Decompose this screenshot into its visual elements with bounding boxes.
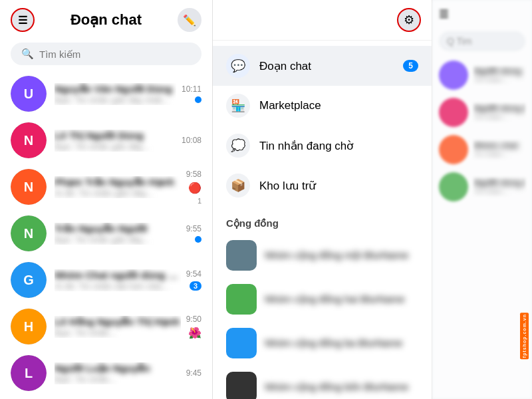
right-avatar — [439, 172, 468, 201]
community-name: Nhóm cộng đồng hai BlurName — [265, 293, 405, 305]
chat-item[interactable]: H Lê Hồng Nguyễn Thị Hạnh Bạn: Tin nhắn.… — [0, 303, 212, 350]
chat-name: Nguyễn Văn Người Dùng — [55, 83, 176, 95]
watermark-text: fptshop.com.vn — [520, 313, 529, 359]
left-panel: ☰ Đoạn chat ✏️ 🔍 U Nguyễn Văn Người Dùng… — [0, 0, 213, 399]
right-chat-name: Nhóm chat — [473, 140, 525, 150]
right-chat-name: Người dùng — [473, 66, 525, 76]
right-chat-name: Người dùng 4 — [473, 178, 525, 188]
middle-header: ⚙ — [213, 0, 432, 41]
community-name: Nhóm cộng đồng ba BlurName — [265, 337, 402, 349]
chat-preview: Ai đó: Tin nhắn gần đây... — [55, 188, 181, 198]
chat-item[interactable]: N Phạm Trần Nguyễn Hạnh Ai đó: Tin nhắn … — [0, 164, 212, 210]
search-bar[interactable]: 🔍 — [11, 43, 201, 65]
marketplace-menu-icon: 🏪 — [226, 94, 250, 118]
chat-content: Lê Hồng Nguyễn Thị Hạnh Bạn: Tin nhắn... — [55, 316, 181, 338]
watermark: fptshop.com.vn — [516, 313, 532, 359]
gear-icon: ⚙ — [404, 13, 414, 27]
chat-item[interactable]: U Nguyễn Văn Người Dùng Bạn: Tin nhắn gầ… — [0, 70, 212, 117]
right-avatar — [439, 98, 468, 127]
unread-indicator — [195, 96, 201, 103]
chat-item[interactable]: L Người Luận Nguyễn Bạn: Tin nhắn... 9:4… — [0, 350, 212, 396]
right-avatar — [439, 61, 468, 90]
chat-item[interactable]: N Lê Thị Người Dùng Bạn: Tin nhắn gần đâ… — [0, 117, 212, 164]
chat-meta: 9:58 🔴 1 — [186, 170, 201, 205]
avatar-placeholder: N — [11, 169, 47, 205]
menu-item-kho-luu-tru[interactable]: 📦 Kho lưu trữ — [213, 166, 432, 205]
avatar: L — [11, 355, 47, 391]
search-icon: 🔍 — [21, 48, 34, 60]
chat-time: 9:54 — [186, 269, 201, 279]
chat-content: Phạm Trần Nguyễn Hạnh Ai đó: Tin nhắn gầ… — [55, 176, 181, 198]
menu-item-tin-nhan-cho[interactable]: 💭 Tin nhắn đang chờ — [213, 126, 432, 166]
right-chat-preview: Tin nhắn... — [473, 113, 525, 122]
community-item[interactable]: Nhóm cộng đồng một BlurName — [213, 233, 432, 277]
chat-content: Lê Thị Người Dùng Bạn: Tin nhắn gần đây.… — [55, 130, 176, 152]
chat-preview: Bạn: Tin nhắn... — [55, 328, 181, 338]
chat-meta: 10:11 — [182, 84, 201, 103]
menu-item-marketplace[interactable]: 🏪 Marketplace — [213, 86, 432, 126]
chat-item[interactable]: G Nhóm Chat người dùng Flap Ai đó: Tin n… — [0, 257, 212, 303]
chat-name: Trần Nguyễn Người — [55, 223, 181, 235]
chat-name: Lê Hồng Nguyễn Thị Hạnh — [55, 316, 181, 328]
avatar: H — [11, 309, 47, 344]
chat-time: 9:50 — [186, 315, 201, 324]
chat-meta: 9:50 🌺 — [186, 315, 201, 339]
chat-content: Trần Nguyễn Người Bạn: Tin nhắn gần đây.… — [55, 223, 181, 245]
avatar-placeholder: G — [11, 262, 47, 298]
community-avatar — [226, 372, 257, 399]
chat-menu-icon: 💬 — [226, 54, 250, 78]
community-item[interactable]: Nhóm cộng đồng bốn BlurName — [213, 365, 432, 399]
compose-button[interactable]: ✏️ — [178, 8, 201, 32]
chat-meta: 10:08 — [182, 136, 201, 145]
chat-time: 9:45 — [186, 368, 201, 378]
community-item[interactable]: Nhóm cộng đồng ba BlurName — [213, 321, 432, 365]
right-chat-preview: Tin nhắn... — [473, 150, 525, 159]
community-item[interactable]: Nhóm cộng đồng hai BlurName — [213, 277, 432, 321]
chat-preview: Ai đó: Tin nhắn dài hơn nữa... — [55, 281, 181, 291]
avatar: N — [11, 215, 47, 251]
chat-preview: Bạn: Tin nhắn gần đây... — [55, 235, 181, 245]
chat-content: Người Luận Nguyễn Bạn: Tin nhắn... — [55, 362, 181, 384]
right-header: ☰ — [432, 0, 532, 29]
chat-item[interactable]: N Trần Nguyễn Người Bạn: Tin nhắn gần đâ… — [0, 210, 212, 257]
chat-time: 9:55 — [186, 224, 201, 233]
chat-preview: Bạn: Tin nhắn gần đây nhất... — [55, 95, 176, 105]
section-label-cong-dong: Cộng đồng — [213, 211, 432, 233]
settings-button[interactable]: ⚙ — [397, 8, 421, 32]
avatar-placeholder: N — [11, 122, 47, 158]
menu-list: 💬 Đoạn chat 5 🏪 Marketplace 💭 Tin nhắn đ… — [213, 41, 432, 211]
right-content: Người dùng 2 Tin nhắn... — [473, 103, 525, 122]
hamburger-icon: ☰ — [18, 14, 27, 27]
community-avatar — [226, 328, 257, 358]
menu-item-doan-chat[interactable]: 💬 Đoạn chat 5 — [213, 46, 432, 86]
chat-content: Nhóm Chat người dùng Flap Ai đó: Tin nhắ… — [55, 269, 181, 291]
chat-time: 10:11 — [182, 84, 201, 94]
page-title: Đoạn chat — [70, 11, 142, 29]
chat-name: Nhóm Chat người dùng Flap — [55, 269, 181, 281]
chat-meta: 9:54 3 — [186, 269, 201, 291]
right-chat-preview: Tin nhắn... — [473, 188, 525, 196]
menu-label-marketplace: Marketplace — [259, 99, 418, 112]
middle-panel: ⚙ 💬 Đoạn chat 5 🏪 Marketplace 💭 Tin nhắn… — [213, 0, 432, 399]
chat-time: 10:08 — [182, 136, 201, 145]
chat-meta: 9:45 — [186, 368, 201, 378]
hamburger-menu-button[interactable]: ☰ — [11, 8, 35, 32]
menu-label-kho-luu-tru: Kho lưu trữ — [259, 179, 418, 193]
chat-name: Người Luận Nguyễn — [55, 362, 181, 374]
right-search: Q Tim — [439, 31, 525, 51]
hamburger-icon-right: ☰ — [439, 8, 448, 21]
emoji-badge: 🔴 — [188, 182, 201, 194]
right-chat-preview: Tin nhắn... — [473, 76, 525, 84]
community-avatar — [226, 240, 257, 271]
archive-menu-icon: 📦 — [226, 174, 250, 198]
chat-meta: 9:55 — [186, 224, 201, 243]
chat-time: 9:58 — [186, 170, 201, 179]
chat-preview: Bạn: Tin nhắn... — [55, 374, 181, 384]
search-input[interactable] — [39, 49, 191, 60]
compose-icon: ✏️ — [183, 14, 196, 27]
right-content: Người dùng 4 Tin nhắn... — [473, 178, 525, 196]
chat-list: U Nguyễn Văn Người Dùng Bạn: Tin nhắn gầ… — [0, 70, 212, 399]
menu-label-tin-nhan-cho: Tin nhắn đang chờ — [259, 139, 418, 153]
right-content: Nhóm chat Tin nhắn... — [473, 140, 525, 159]
right-avatar — [439, 135, 468, 164]
